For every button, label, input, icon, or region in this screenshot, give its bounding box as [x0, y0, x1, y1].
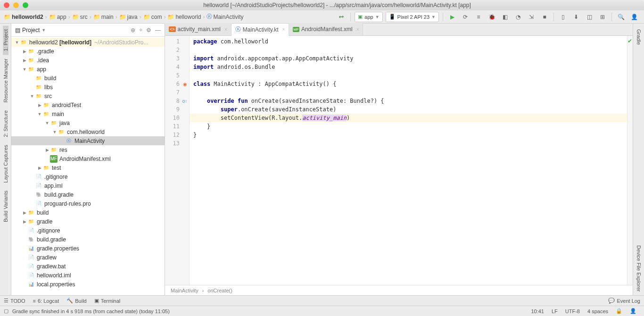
tree-item[interactable]: ▶📁.idea: [11, 56, 165, 65]
project-tree[interactable]: ▼📁 helloworld2 [helloworld] ~/AndroidStu…: [11, 37, 165, 295]
minimize-window-button[interactable]: [13, 2, 19, 8]
debug-button[interactable]: 🐞: [487, 12, 497, 22]
avd-manager-button[interactable]: ▯: [558, 12, 568, 22]
tree-item[interactable]: ▼📁app: [11, 65, 165, 74]
tree-item[interactable]: ▶📁androidTest: [11, 100, 165, 109]
terminal-button[interactable]: ▣Terminal: [94, 298, 121, 304]
status-msg-icon[interactable]: ▢: [4, 308, 8, 314]
navigation-bar: 📁helloworld2› 📁app› 📁src› 📁main› 📁java› …: [0, 10, 644, 24]
sync-gradle-button[interactable]: [336, 12, 347, 22]
bottom-tool-bar: ☰TODO ≡6: Logcat 🔨Build ▣Terminal 💬Event…: [0, 295, 644, 306]
tree-item-selected[interactable]: ⓀMainActivity: [11, 136, 165, 145]
run-button[interactable]: ▶: [447, 12, 457, 22]
maximize-window-button[interactable]: [23, 2, 28, 8]
tree-item[interactable]: 🐘build.gradle: [11, 235, 165, 244]
titlebar: helloworld [~/AndroidStudioProjects/hell…: [0, 0, 644, 10]
tab-android-manifest[interactable]: MFAndroidManifest.xml×: [289, 23, 363, 35]
close-icon[interactable]: ×: [223, 27, 227, 32]
project-panel-header: ▤ Project ▼ ⊕ ÷ ⚙ —: [11, 24, 165, 37]
rail-layout-captures[interactable]: Layout Captures: [3, 141, 8, 187]
tree-item[interactable]: ▶📁build: [11, 208, 165, 217]
close-icon[interactable]: ×: [355, 27, 359, 32]
close-icon[interactable]: ×: [281, 27, 285, 32]
tree-item[interactable]: ▼📁main: [11, 109, 165, 118]
status-time: 10:41: [527, 308, 548, 314]
attach-debugger-button[interactable]: ⇲: [526, 12, 537, 22]
rail-project[interactable]: 1: Project: [3, 25, 8, 55]
rail-build-variants[interactable]: Build Variants: [3, 187, 8, 226]
stop-button[interactable]: ■: [539, 12, 550, 22]
status-encoding[interactable]: UTF-8: [561, 308, 584, 314]
coverage-button[interactable]: ◧: [500, 12, 510, 22]
tree-item[interactable]: ▶📁.gradle: [11, 47, 165, 56]
rail-resource-manager[interactable]: Resource Manager: [3, 55, 8, 107]
rail-structure[interactable]: 2: Structure: [3, 107, 8, 141]
left-tool-rail: 1: Project Resource Manager 2: Structure…: [0, 24, 11, 295]
profile-button[interactable]: ◔: [513, 12, 523, 22]
override-gutter-icon[interactable]: o↑: [181, 97, 189, 105]
tree-item[interactable]: 📊gradle.properties: [11, 244, 165, 253]
select-opened-file-icon[interactable]: ⊕: [131, 27, 135, 33]
tree-item[interactable]: MFAndroidManifest.xml: [11, 154, 165, 163]
rail-gradle[interactable]: Gradle: [636, 25, 642, 49]
analysis-ok-icon: ✔: [627, 38, 632, 44]
status-lock-icon[interactable]: 🔒: [612, 308, 626, 314]
tree-item[interactable]: ▶📁gradle: [11, 217, 165, 226]
tab-main-activity[interactable]: ⓀMainActivity.kt×: [231, 24, 289, 36]
logcat-button[interactable]: ≡6: Logcat: [33, 298, 59, 304]
editor-breadcrumb[interactable]: MainActivity›onCreate(): [165, 285, 633, 295]
tree-item[interactable]: ▶📁res: [11, 145, 165, 154]
rail-device-file-explorer[interactable]: Device File Explorer: [636, 241, 642, 295]
close-window-button[interactable]: [4, 2, 9, 8]
tree-item[interactable]: ▼📁java: [11, 118, 165, 127]
todo-button[interactable]: ☰TODO: [4, 298, 25, 304]
tree-item[interactable]: 📄.gitignore: [11, 226, 165, 235]
code-editor[interactable]: 12345678910111213 ◉ o↑ package com.hello…: [165, 36, 633, 285]
right-tool-rail: Gradle Device File Explorer: [633, 24, 644, 295]
status-message: Gradle sync finished in 4 s 918 ms (from…: [8, 308, 173, 314]
status-line-ending[interactable]: LF: [548, 308, 561, 314]
status-indent[interactable]: 4 spaces: [584, 308, 612, 314]
settings-icon[interactable]: ⚙: [146, 27, 151, 33]
status-ide-icon[interactable]: 👤: [626, 308, 640, 314]
tree-root[interactable]: ▼📁 helloworld2 [helloworld] ~/AndroidStu…: [11, 38, 165, 47]
tree-item[interactable]: 📄gradlew.bat: [11, 262, 165, 271]
editor-area: <>activity_main.xml× ⓀMainActivity.kt× M…: [165, 24, 633, 295]
tree-item[interactable]: ▼📁com.helloworld: [11, 127, 165, 136]
error-stripe[interactable]: ✔: [627, 36, 633, 285]
sdk-manager-button[interactable]: ⬇: [571, 12, 581, 22]
tree-item[interactable]: 📄helloworld.iml: [11, 271, 165, 280]
tree-item[interactable]: 📊local.properties: [11, 280, 165, 289]
tree-item[interactable]: ▼📁src: [11, 91, 165, 100]
hide-panel-icon[interactable]: —: [155, 27, 161, 33]
tree-item[interactable]: ▶📁test: [11, 163, 165, 172]
search-everywhere-button[interactable]: 🔍: [616, 12, 626, 22]
tree-item[interactable]: 📁build: [11, 74, 165, 83]
run-config-dropdown[interactable]: ▣app▼: [355, 12, 382, 22]
project-panel: ▤ Project ▼ ⊕ ÷ ⚙ — ▼📁 helloworld2 [hell…: [11, 24, 165, 295]
tree-item[interactable]: 📄.gitignore: [11, 172, 165, 181]
user-icon[interactable]: 👤: [629, 12, 639, 22]
resource-manager-button[interactable]: ⊞: [597, 12, 608, 22]
apply-code-button[interactable]: ≡: [473, 12, 484, 22]
build-button[interactable]: 🔨Build: [66, 298, 86, 304]
tree-item[interactable]: 📄gradlew: [11, 253, 165, 262]
editor-tabs: <>activity_main.xml× ⓀMainActivity.kt× M…: [165, 24, 633, 36]
tab-activity-main[interactable]: <>activity_main.xml×: [165, 23, 231, 35]
apply-changes-button[interactable]: ⟳: [460, 12, 471, 22]
class-gutter-icon[interactable]: ◉: [181, 80, 189, 88]
window-title: helloworld [~/AndroidStudioProjects/hell…: [34, 2, 640, 8]
device-dropdown[interactable]: 📱Pixel 2 API 23▼: [386, 12, 439, 22]
breadcrumb[interactable]: 📁helloworld2› 📁app› 📁src› 📁main› 📁java› …: [2, 13, 245, 21]
tree-item[interactable]: 📄proguard-rules.pro: [11, 199, 165, 208]
status-bar: ▢ Gradle sync finished in 4 s 918 ms (fr…: [0, 306, 644, 316]
tree-item[interactable]: 📄app.iml: [11, 181, 165, 190]
tree-item[interactable]: 📁libs: [11, 83, 165, 91]
expand-all-icon[interactable]: ÷: [139, 27, 142, 33]
layout-inspector-button[interactable]: ◫: [584, 12, 594, 22]
event-log-button[interactable]: 💬Event Log: [608, 298, 640, 304]
tree-item[interactable]: 🐘build.gradle: [11, 190, 165, 199]
